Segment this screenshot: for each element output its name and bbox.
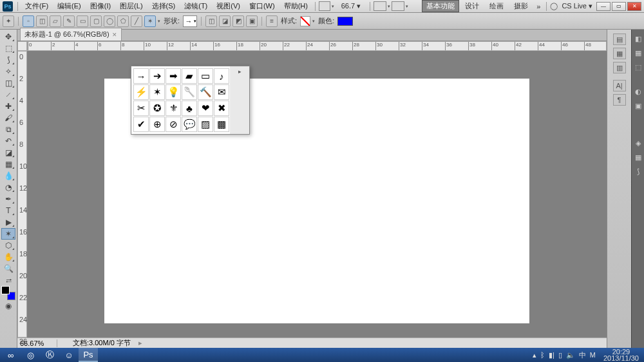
taskbar-qq-icon[interactable]: ☺ — [59, 348, 79, 362]
3d-tool[interactable]: ⬡ — [1, 240, 15, 251]
gradient-tool[interactable]: ▦ — [1, 158, 15, 170]
pen-tool[interactable]: ✒ — [1, 193, 15, 205]
menu-select[interactable]: 选择(S) — [148, 0, 180, 12]
cslive-menu[interactable]: CS Live ▾ — [559, 2, 595, 10]
shape-option[interactable]: ❤ — [198, 100, 213, 116]
shape-option[interactable]: ▰ — [182, 68, 197, 84]
combine-exclude-icon[interactable]: ▣ — [246, 15, 258, 27]
marquee-tool[interactable]: ⬚ — [1, 43, 15, 54]
shape-option[interactable]: ✪ — [149, 100, 165, 116]
extras-icon[interactable] — [392, 1, 404, 11]
canvas-area[interactable] — [27, 51, 607, 338]
workspace-painting[interactable]: 绘画 — [485, 0, 508, 12]
eraser-tool[interactable]: ◪ — [1, 147, 15, 158]
blur-tool[interactable]: 💧 — [1, 170, 15, 182]
menu-file[interactable]: 文件(F) — [21, 0, 52, 12]
polygon-shape-icon[interactable]: ⬠ — [117, 15, 129, 27]
shape-option[interactable]: → — [133, 68, 149, 84]
tray-volume-icon[interactable]: 🔈 — [566, 351, 575, 359]
shape-option[interactable]: ⊕ — [149, 117, 165, 132]
menu-edit[interactable]: 编辑(E) — [53, 0, 85, 12]
shape-layers-mode-icon[interactable]: ▫ — [23, 15, 34, 27]
doc-arrange-icon[interactable] — [319, 1, 330, 11]
workspace-more-icon[interactable]: » — [534, 3, 543, 10]
minibridge-panel-icon[interactable]: ▤ — [613, 33, 626, 45]
taskbar-kugou-icon[interactable]: Ⓚ — [40, 348, 59, 362]
tray-up-icon[interactable]: ▴ — [533, 351, 536, 359]
taskbar-app1-icon[interactable]: ∞ — [1, 348, 21, 362]
eyedropper-tool[interactable]: ⟋ — [1, 89, 15, 100]
shape-option[interactable]: 🔨 — [198, 84, 213, 100]
wand-tool[interactable]: ✧ — [1, 66, 15, 77]
paths-panel-icon[interactable]: ⟆ — [633, 166, 643, 176]
fill-pixels-mode-icon[interactable]: ▱ — [50, 15, 61, 27]
crop-tool[interactable]: ◫ — [1, 77, 15, 89]
shape-option[interactable]: ✶ — [149, 84, 165, 100]
window-minimize-button[interactable]: — — [596, 2, 611, 11]
shape-option[interactable]: ✖ — [214, 100, 229, 116]
shape-picker[interactable]: →▾ — [183, 15, 197, 27]
doc-tab-close-icon[interactable]: ✕ — [112, 32, 117, 38]
masks-panel-icon[interactable]: ▣ — [633, 100, 643, 111]
healing-tool[interactable]: ✚ — [1, 100, 15, 112]
tray-app-icon[interactable]: M — [590, 351, 596, 359]
popup-flyout-icon[interactable]: ▸ — [238, 68, 242, 75]
workspace-basic[interactable]: 基本功能 — [422, 0, 459, 12]
menu-filter[interactable]: 滤镜(T) — [180, 0, 211, 12]
combine-add-icon[interactable]: ◫ — [205, 15, 217, 27]
history-panel-icon[interactable]: ▦ — [613, 48, 626, 59]
clock-date[interactable]: 2013/11/30 — [603, 355, 639, 361]
window-close-button[interactable]: ✕ — [627, 2, 641, 11]
character-panel-icon[interactable]: A| — [613, 80, 626, 91]
quickmask-icon[interactable]: ◉ — [1, 300, 15, 312]
adjustments-panel-icon[interactable]: ◐ — [633, 86, 643, 97]
ellipse-shape-icon[interactable]: ◯ — [104, 15, 115, 27]
shape-option[interactable]: ⚡ — [133, 84, 149, 100]
paragraph-panel-icon[interactable]: ¶ — [613, 94, 626, 106]
type-tool[interactable]: T — [1, 205, 15, 216]
layers-panel-icon[interactable]: ◈ — [633, 138, 643, 148]
roundrect-shape-icon[interactable]: ▢ — [90, 15, 102, 27]
shape-option[interactable]: ✉ — [214, 84, 229, 100]
style-swatch[interactable] — [300, 16, 310, 26]
doc-tab[interactable]: 未标题-1 @ 66.7%(RGB/8)✕ — [20, 28, 122, 41]
shape-option[interactable]: ▨ — [198, 117, 213, 132]
screen-mode-icon[interactable] — [374, 1, 386, 11]
move-tool[interactable]: ✥ — [1, 31, 15, 43]
color-panel-icon[interactable]: ◧ — [633, 33, 643, 44]
lasso-tool[interactable]: ⟆ — [1, 54, 15, 66]
shape-option[interactable]: ✔ — [133, 117, 149, 132]
dodge-tool[interactable]: ◔ — [1, 182, 15, 193]
workspace-design[interactable]: 设计 — [460, 0, 484, 12]
swatches-panel-icon[interactable]: ▦ — [633, 48, 643, 58]
window-restore-button[interactable]: ▭ — [612, 2, 626, 11]
shape-option[interactable]: 💡 — [166, 84, 181, 100]
shape-option[interactable]: ♪ — [214, 68, 229, 84]
styles-panel-icon[interactable]: ⬚ — [633, 62, 643, 72]
align-icon[interactable]: ≡ — [266, 15, 278, 27]
hand-tool[interactable]: ✋ — [1, 251, 15, 263]
brush-tool[interactable]: 🖌 — [1, 112, 15, 124]
menu-view[interactable]: 视图(V) — [213, 0, 244, 12]
doc-info-menu-icon[interactable]: ▸ — [131, 339, 142, 347]
stamp-tool[interactable]: ⧉ — [1, 124, 15, 135]
shape-option[interactable]: ▩ — [214, 117, 229, 132]
taskbar-photoshop-icon[interactable]: Ps — [79, 348, 98, 362]
shape-option[interactable]: ⚜ — [166, 100, 181, 116]
shape-option[interactable]: 💬 — [182, 117, 197, 132]
tray-wifi-icon[interactable]: ▮| — [549, 351, 554, 359]
tray-bluetooth-icon[interactable]: ᛒ — [540, 351, 545, 359]
menu-help[interactable]: 帮助(H) — [280, 0, 312, 12]
line-shape-icon[interactable]: ╱ — [131, 15, 142, 27]
shape-option[interactable]: ✂ — [133, 100, 149, 116]
shape-option[interactable]: 🥄 — [182, 84, 197, 100]
pen-tool-icon[interactable]: ✎ — [63, 15, 75, 27]
combine-subtract-icon[interactable]: ◪ — [219, 15, 231, 27]
fgbg-swatch[interactable] — [1, 286, 15, 300]
shape-option[interactable]: ➡ — [166, 68, 181, 84]
tray-network-icon[interactable]: ▯ — [558, 351, 562, 359]
channels-panel-icon[interactable]: ▦ — [633, 152, 643, 162]
custom-shape-icon[interactable]: ✶ — [144, 15, 156, 27]
taskbar-chrome-icon[interactable]: ◎ — [21, 348, 40, 362]
path-select-tool[interactable]: ▶ — [1, 216, 15, 228]
